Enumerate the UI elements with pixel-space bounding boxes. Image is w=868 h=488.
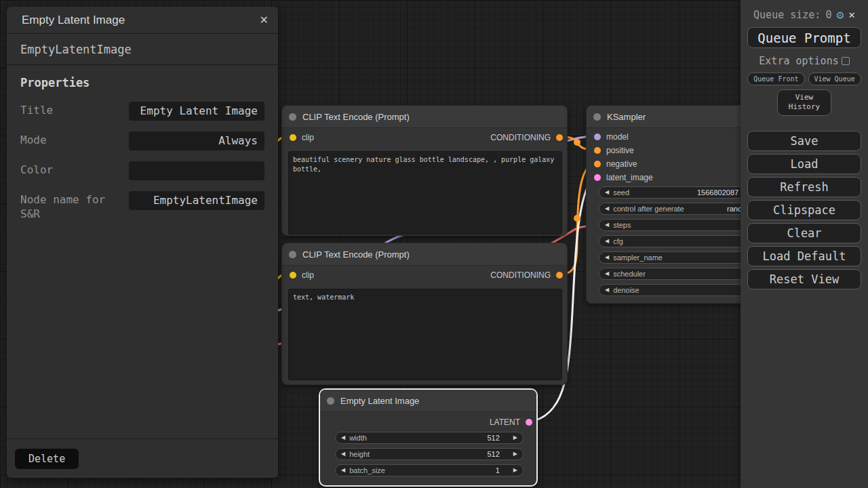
node-status-dot <box>327 397 334 405</box>
load-default-button[interactable]: Load Default <box>747 246 861 266</box>
node-class-name: EmptyLatentImage <box>7 34 278 65</box>
control-after-generate-widget[interactable]: ◀ control after generate randomize <box>599 203 762 215</box>
io-row: CONDITIONING <box>282 131 567 144</box>
panel-footer: Delete <box>7 439 278 478</box>
widget-name: sampler_name <box>613 253 663 262</box>
stepper-left-icon[interactable]: ◀ <box>341 451 345 457</box>
cfg-widget[interactable]: ◀ cfg <box>599 235 762 247</box>
node-name-field-label: Node name for S&R <box>20 191 129 222</box>
node-header[interactable]: CLIP Text Encode (Prompt) <box>282 106 567 128</box>
node-title: CLIP Text Encode (Prompt) <box>302 112 410 122</box>
node-clip-text-encode-positive[interactable]: CLIP Text Encode (Prompt) clip CONDITION… <box>281 105 568 236</box>
stepper-left-icon[interactable]: ◀ <box>341 468 345 473</box>
stepper-left-icon[interactable]: ◀ <box>605 255 609 260</box>
comfyui-menu: Queue size: 0 ⚙ ✕ Queue Prompt Extra opt… <box>741 0 868 488</box>
extra-options-checkbox[interactable] <box>842 57 850 65</box>
latent-output-port[interactable] <box>526 419 532 426</box>
mode-field[interactable]: Always <box>129 131 264 150</box>
widget-value[interactable]: 1566802087 <box>697 188 738 197</box>
node-status-dot <box>289 113 296 121</box>
input-label: negative <box>606 159 637 169</box>
delete-button[interactable]: Delete <box>15 449 79 469</box>
stepper-left-icon[interactable]: ◀ <box>605 206 609 211</box>
width-widget[interactable]: ◀ width 512 ▶ <box>335 432 524 444</box>
steps-widget[interactable]: ◀ steps <box>599 219 762 231</box>
reset-view-button[interactable]: Reset View <box>747 269 861 289</box>
close-icon[interactable]: ✕ <box>260 14 269 26</box>
node-header[interactable]: Empty Latent Image <box>320 390 536 412</box>
extra-options-label: Extra options <box>759 55 838 67</box>
queue-prompt-button[interactable]: Queue Prompt <box>747 27 861 48</box>
node-title: KSampler <box>607 112 646 122</box>
clipspace-button[interactable]: Clipspace <box>747 200 861 220</box>
widget-name: steps <box>613 221 631 229</box>
refresh-button[interactable]: Refresh <box>747 177 861 197</box>
queue-front-button[interactable]: Queue Front <box>747 73 804 85</box>
batch-size-widget[interactable]: ◀ batch_size 1 ▶ <box>335 464 524 476</box>
load-button[interactable]: Load <box>747 154 861 174</box>
node-properties-panel: Empty Latent Image ✕ EmptyLatentImage Pr… <box>7 7 278 478</box>
widget-name: control after generate <box>613 205 684 213</box>
scheduler-widget[interactable]: ◀ scheduler <box>599 268 762 280</box>
widget-name: cfg <box>613 237 623 245</box>
input-label: model <box>606 132 629 142</box>
io-row: CONDITIONING <box>282 268 567 282</box>
clear-button[interactable]: Clear <box>747 223 861 243</box>
node-clip-text-encode-negative[interactable]: CLIP Text Encode (Prompt) clip CONDITION… <box>281 243 568 385</box>
close-icon[interactable]: ✕ <box>848 8 855 21</box>
stepper-left-icon[interactable]: ◀ <box>605 239 609 244</box>
stepper-right-icon[interactable]: ▶ <box>513 451 517 457</box>
widget-name: width <box>349 434 367 442</box>
queue-size-label: Queue size: <box>753 9 821 21</box>
property-row: Node name for S&R EmptyLatentImage <box>20 191 264 222</box>
node-title: CLIP Text Encode (Prompt) <box>302 249 410 260</box>
color-field[interactable] <box>129 161 264 180</box>
stepper-right-icon[interactable]: ▶ <box>513 468 517 473</box>
node-title: Empty Latent Image <box>340 396 419 406</box>
node-header[interactable]: CLIP Text Encode (Prompt) <box>282 243 567 266</box>
link-dot[interactable] <box>574 215 580 222</box>
node-name-field[interactable]: EmptyLatentImage <box>129 191 264 210</box>
stepper-left-icon[interactable]: ◀ <box>605 190 609 195</box>
widget-value[interactable]: 512 <box>487 434 513 442</box>
title-field-label: Title <box>20 102 129 118</box>
view-queue-button[interactable]: View Queue <box>808 73 861 85</box>
widget-name: batch_size <box>349 466 385 474</box>
height-widget[interactable]: ◀ height 512 ▶ <box>335 448 524 460</box>
view-history-line2: History <box>789 102 820 111</box>
save-button[interactable]: Save <box>747 131 861 151</box>
seed-widget[interactable]: ◀ seed 1566802087 <box>599 186 762 199</box>
widget-name: height <box>349 450 370 458</box>
title-field[interactable]: Empty Latent Image <box>129 102 264 121</box>
prompt-textarea[interactable]: text, watermark <box>288 289 562 380</box>
view-history-line1: View <box>795 93 814 102</box>
negative-input-port[interactable] <box>594 161 601 167</box>
properties-heading: Properties <box>20 76 264 89</box>
view-history-button[interactable]: View History <box>777 89 831 116</box>
latent-image-input-port[interactable] <box>594 174 601 181</box>
widget-name: denoise <box>613 286 639 294</box>
widget-value[interactable]: 1 <box>496 466 513 474</box>
widget-name: seed <box>613 188 629 197</box>
sampler-name-widget[interactable]: ◀ sampler_name <box>599 251 762 264</box>
output-label: LATENT <box>490 418 520 427</box>
node-empty-latent-image[interactable]: Empty Latent Image LATENT ◀ width 512 ▶ … <box>319 388 538 487</box>
property-row: Mode Always <box>20 131 264 150</box>
stepper-left-icon[interactable]: ◀ <box>605 222 609 228</box>
denoise-widget[interactable]: ◀ denoise <box>599 284 762 296</box>
stepper-right-icon[interactable]: ▶ <box>513 435 517 441</box>
color-field-label: Color <box>20 161 129 178</box>
output-label: CONDITIONING <box>490 133 551 142</box>
property-row: Color <box>20 161 264 180</box>
conditioning-output-port[interactable] <box>556 134 563 141</box>
conditioning-output-port[interactable] <box>556 272 563 279</box>
stepper-left-icon[interactable]: ◀ <box>341 435 345 441</box>
prompt-textarea[interactable]: beautiful scenery nature glass bottle la… <box>288 151 562 235</box>
positive-input-port[interactable] <box>594 147 601 154</box>
widget-value[interactable]: 512 <box>487 450 513 458</box>
model-input-port[interactable] <box>594 134 601 140</box>
settings-gear-icon[interactable]: ⚙ <box>836 9 844 21</box>
link-dot[interactable] <box>574 139 580 146</box>
stepper-left-icon[interactable]: ◀ <box>605 271 609 277</box>
stepper-left-icon[interactable]: ◀ <box>605 287 609 293</box>
